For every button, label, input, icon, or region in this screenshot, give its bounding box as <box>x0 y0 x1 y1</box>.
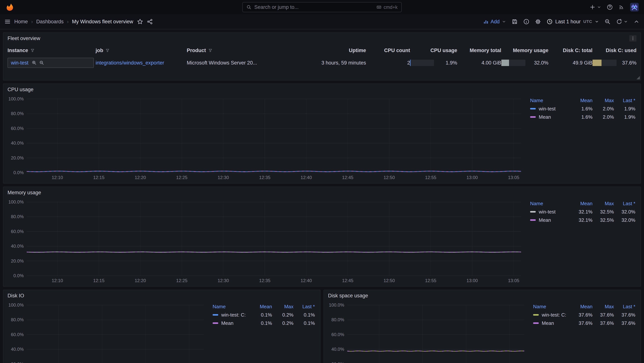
axis-label: 12:55 <box>425 175 436 180</box>
add-panel-button[interactable]: Add <box>484 19 506 25</box>
legend-row[interactable]: Mean32.1%32.5%32.0% <box>530 216 635 224</box>
column-header-disk-total[interactable]: Disk C: total <box>548 45 592 56</box>
axis-label: 12:45 <box>342 175 354 180</box>
zoom-in-icon[interactable] <box>32 60 37 65</box>
column-header-cpu-usage[interactable]: CPU usage <box>410 45 457 56</box>
legend-column-header[interactable]: Mean <box>571 98 592 103</box>
zoom-out-time-button[interactable] <box>604 19 610 25</box>
disk-space-usage-chart[interactable]: 0.0%20.0%40.0%60.0%80.0%100.0%12:1512:30… <box>326 301 528 363</box>
legend-value: 37.6% <box>592 320 614 326</box>
legend-row[interactable]: Mean0.1%0.2%0.1% <box>212 319 315 327</box>
help-button[interactable] <box>607 4 613 10</box>
new-menu-button[interactable] <box>590 4 601 10</box>
dashboard-toolbar: Home › Dashboards › My Windows fleet ove… <box>0 14 644 29</box>
legend-column-header[interactable]: Name <box>530 201 571 206</box>
legend-column-header[interactable]: Max <box>592 201 614 206</box>
instance-link[interactable]: win-test <box>11 60 28 66</box>
cpu-usage-chart[interactable]: 0.0%20.0%40.0%60.0%80.0%100.0%12:1012:15… <box>5 95 526 182</box>
legend-column-header[interactable]: Last * <box>614 304 635 309</box>
time-range-picker[interactable]: Last 1 hour UTC <box>547 19 599 25</box>
chart-canvas[interactable]: 0.0%20.0%40.0%60.0%80.0%100.0%12:1512:30… <box>326 301 529 363</box>
news-button[interactable] <box>618 4 624 10</box>
series-name[interactable]: Mean <box>539 217 551 223</box>
legend-column-header[interactable]: Mean <box>571 304 592 309</box>
chevron-down-icon <box>595 20 599 24</box>
legend-row[interactable]: win-test: C:0.1%0.2%0.1% <box>212 311 315 319</box>
refresh-button[interactable] <box>616 19 628 25</box>
filter-icon[interactable] <box>30 48 34 53</box>
mega-menu-button[interactable] <box>4 19 10 25</box>
job-link[interactable]: integrations/windows_exporter <box>96 60 164 66</box>
column-header-memory-usage[interactable]: Memory usage <box>501 45 548 56</box>
column-header-memory-total[interactable]: Memory total <box>457 45 501 56</box>
save-dashboard-button[interactable] <box>512 19 518 25</box>
panel-title[interactable]: Disk space usage <box>328 293 368 299</box>
legend-row[interactable]: Mean37.6%37.6%37.6% <box>533 319 635 327</box>
axis-label: 80.0% <box>332 317 344 322</box>
breadcrumb-home[interactable]: Home <box>14 19 28 25</box>
dashboard-insights-button[interactable] <box>523 19 529 25</box>
panel-menu-button[interactable] <box>629 35 636 42</box>
legend-column-header[interactable]: Max <box>592 304 614 309</box>
collapse-toolbar-button[interactable] <box>634 19 640 25</box>
filter-icon[interactable] <box>106 48 110 53</box>
series-name[interactable]: win-test: C: <box>221 312 246 318</box>
panel-title[interactable]: CPU usage <box>8 87 34 93</box>
legend-column-header[interactable]: Last * <box>614 98 635 103</box>
series-name[interactable]: Mean <box>221 320 234 326</box>
legend-column-header[interactable]: Max <box>272 304 294 309</box>
legend-column-header[interactable]: Last * <box>614 201 635 206</box>
panel-title[interactable]: Fleet overview <box>8 36 40 41</box>
column-header-job[interactable]: job <box>96 48 103 54</box>
legend-value: 0.2% <box>272 312 294 318</box>
column-header-cpu-count[interactable]: CPU count <box>366 45 410 56</box>
series-name[interactable]: Mean <box>539 114 551 120</box>
series-name[interactable]: win-test: C: <box>542 312 566 318</box>
user-avatar[interactable] <box>630 3 639 12</box>
legend-column-header[interactable]: Max <box>592 98 614 103</box>
legend-row[interactable]: Mean1.6%2.0%1.9% <box>530 113 635 121</box>
zoom-out-icon <box>604 19 610 25</box>
legend-column-header[interactable]: Mean <box>571 201 592 206</box>
column-header-uptime[interactable]: Uptime <box>290 45 366 56</box>
column-header-product[interactable]: Product <box>187 48 206 54</box>
legend-header-row: NameMeanMaxLast * <box>530 96 635 105</box>
series-name[interactable]: win-test <box>539 106 556 112</box>
disk-io-chart[interactable]: 0.0%20.0%40.0%60.0%80.0%100.0%12:1512:30… <box>5 301 208 363</box>
legend-column-header[interactable]: Name <box>212 304 250 309</box>
legend-row[interactable]: win-test: C:37.6%37.6%37.6% <box>533 311 635 319</box>
chart-canvas[interactable]: 0.0%20.0%40.0%60.0%80.0%100.0%12:1012:15… <box>5 198 526 285</box>
panel-title[interactable]: Memory usage <box>8 190 41 196</box>
axis-label: 12:50 <box>384 278 395 283</box>
zoom-out-row-icon[interactable] <box>39 60 44 65</box>
favorite-button[interactable] <box>137 19 143 25</box>
dashboard-settings-button[interactable] <box>535 19 541 25</box>
column-header-disk-used[interactable]: Disk C: used <box>592 45 636 56</box>
legend-column-header[interactable]: Last * <box>294 304 315 309</box>
grafana-logo[interactable] <box>5 3 14 12</box>
legend-row[interactable]: win-test1.6%2.0%1.9% <box>530 105 635 113</box>
panel-title[interactable]: Disk IO <box>8 293 24 299</box>
legend-column-header[interactable]: Name <box>530 98 571 103</box>
search-input[interactable]: Search or jump to... cmd+k <box>242 2 402 12</box>
breadcrumb-dashboards[interactable]: Dashboards <box>36 19 64 25</box>
memory-usage-chart[interactable]: 0.0%20.0%40.0%60.0%80.0%100.0%12:1012:15… <box>5 198 526 285</box>
filter-icon[interactable] <box>208 48 212 53</box>
share-button[interactable] <box>147 19 153 25</box>
legend-row[interactable]: win-test32.1%32.5%32.0% <box>530 208 635 216</box>
resize-handle[interactable] <box>636 76 640 79</box>
axis-label: 12:35 <box>259 175 270 180</box>
legend-column-header[interactable]: Mean <box>250 304 272 309</box>
axis-label: 60.0% <box>11 126 24 131</box>
series-name[interactable]: Mean <box>542 320 554 326</box>
axis-label: 12:30 <box>218 175 229 180</box>
series-name[interactable]: win-test <box>539 209 556 215</box>
disk-space-usage-legend: NameMeanMaxLast *win-test: C:37.6%37.6%3… <box>528 301 638 363</box>
legend-column-header[interactable]: Name <box>533 304 571 309</box>
column-header-instance[interactable]: Instance <box>8 48 28 54</box>
chart-canvas[interactable]: 0.0%20.0%40.0%60.0%80.0%100.0%12:1512:30… <box>5 301 208 363</box>
gauge-track <box>410 60 434 66</box>
refresh-icon <box>616 19 622 25</box>
chart-canvas[interactable]: 0.0%20.0%40.0%60.0%80.0%100.0%12:1012:15… <box>5 95 526 182</box>
product-value: Microsoft Windows Server 20... <box>187 60 257 66</box>
